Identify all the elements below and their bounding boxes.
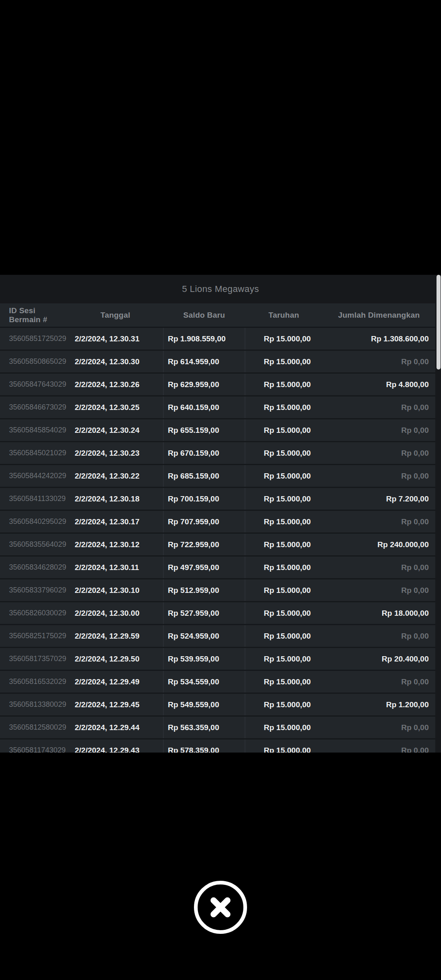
win-cell: Rp 0,00 — [323, 716, 435, 739]
bet-cell: Rp 15.000,00 — [245, 533, 323, 556]
date-cell: 2/2/2024, 12.30.12 — [67, 533, 163, 556]
win-cell: Rp 0,00 — [323, 625, 435, 648]
session-id-cell: 35605826030029 — [0, 602, 67, 625]
date-cell: 2/2/2024, 12.30.25 — [67, 396, 163, 419]
session-id-cell: 35605817357029 — [0, 648, 67, 670]
win-cell: Rp 20.400,00 — [323, 648, 435, 670]
bet-cell: Rp 15.000,00 — [245, 579, 323, 602]
win-cell: Rp 1.308.600,00 — [323, 327, 435, 350]
table-row: 356058517250292/2/2024, 12.30.31Rp 1.908… — [0, 327, 435, 350]
table-row: 356058402950292/2/2024, 12.30.17Rp 707.9… — [0, 510, 435, 533]
panel-header: 5 Lions Megaways — [0, 275, 441, 303]
session-id-cell: 35605833796029 — [0, 579, 67, 602]
table-row: 356058117430292/2/2024, 12.29.43Rp 578.3… — [0, 739, 435, 753]
session-id-cell: 35605847643029 — [0, 373, 67, 396]
date-cell: 2/2/2024, 12.29.49 — [67, 670, 163, 693]
date-cell: 2/2/2024, 12.30.17 — [67, 510, 163, 533]
bet-cell: Rp 15.000,00 — [245, 396, 323, 419]
win-cell: Rp 7.200,00 — [323, 488, 435, 510]
session-id-cell: 35605846673029 — [0, 396, 67, 419]
date-cell: 2/2/2024, 12.29.44 — [67, 716, 163, 739]
date-cell: 2/2/2024, 12.29.45 — [67, 693, 163, 716]
balance-cell: Rp 685.159,00 — [163, 465, 245, 488]
table-row: 356058346280292/2/2024, 12.30.11Rp 497.9… — [0, 556, 435, 579]
balance-cell: Rp 549.559,00 — [163, 693, 245, 716]
win-cell: Rp 0,00 — [323, 739, 435, 753]
header-row: ID Sesi Bermain # Tanggal Saldo Baru Tar… — [0, 303, 435, 327]
bet-cell: Rp 15.000,00 — [245, 442, 323, 465]
balance-cell: Rp 512.959,00 — [163, 579, 245, 602]
balance-cell: Rp 527.959,00 — [163, 602, 245, 625]
win-cell: Rp 18.000,00 — [323, 602, 435, 625]
balance-cell: Rp 539.959,00 — [163, 648, 245, 670]
balance-cell: Rp 524.959,00 — [163, 625, 245, 648]
table-row: 356058355640292/2/2024, 12.30.12Rp 722.9… — [0, 533, 435, 556]
column-header-session-id: ID Sesi Bermain # — [0, 303, 67, 327]
win-cell: Rp 240.000,00 — [323, 533, 435, 556]
bet-cell: Rp 15.000,00 — [245, 602, 323, 625]
column-header-won: Jumlah Dimenangkan — [323, 303, 435, 327]
win-cell: Rp 4.800,00 — [323, 373, 435, 396]
balance-cell: Rp 670.159,00 — [163, 442, 245, 465]
column-header-bet: Taruhan — [245, 303, 323, 327]
balance-cell: Rp 722.959,00 — [163, 533, 245, 556]
balance-cell: Rp 534.559,00 — [163, 670, 245, 693]
bet-cell: Rp 15.000,00 — [245, 350, 323, 373]
session-id-cell: 35605845021029 — [0, 442, 67, 465]
session-id-cell: 35605840295029 — [0, 510, 67, 533]
date-cell: 2/2/2024, 12.30.10 — [67, 579, 163, 602]
bet-cell: Rp 15.000,00 — [245, 625, 323, 648]
session-id-cell: 35605813380029 — [0, 693, 67, 716]
session-id-cell: 35605816532029 — [0, 670, 67, 693]
history-table-body: 356058517250292/2/2024, 12.30.31Rp 1.908… — [0, 327, 435, 753]
date-cell: 2/2/2024, 12.30.24 — [67, 419, 163, 442]
table-row: 356058125800292/2/2024, 12.29.44Rp 563.3… — [0, 716, 435, 739]
balance-cell: Rp 655.159,00 — [163, 419, 245, 442]
balance-cell: Rp 629.959,00 — [163, 373, 245, 396]
date-cell: 2/2/2024, 12.30.26 — [67, 373, 163, 396]
session-id-cell: 35605841133029 — [0, 488, 67, 510]
game-history-panel: 5 Lions Megaways ID Sesi Bermain # Tangg… — [0, 275, 441, 753]
date-cell: 2/2/2024, 12.30.00 — [67, 602, 163, 625]
win-cell: Rp 0,00 — [323, 579, 435, 602]
win-cell: Rp 0,00 — [323, 465, 435, 488]
table-row: 356058466730292/2/2024, 12.30.25Rp 640.1… — [0, 396, 435, 419]
date-cell: 2/2/2024, 12.29.43 — [67, 739, 163, 753]
history-table-header: ID Sesi Bermain # Tanggal Saldo Baru Tar… — [0, 303, 435, 327]
balance-cell: Rp 563.359,00 — [163, 716, 245, 739]
session-id-cell: 35605825175029 — [0, 625, 67, 648]
session-id-cell: 35605834628029 — [0, 556, 67, 579]
date-cell: 2/2/2024, 12.30.31 — [67, 327, 163, 350]
balance-cell: Rp 640.159,00 — [163, 396, 245, 419]
balance-cell: Rp 707.959,00 — [163, 510, 245, 533]
x-circle-icon — [208, 895, 233, 920]
table-row: 356058442420292/2/2024, 12.30.22Rp 685.1… — [0, 465, 435, 488]
date-cell: 2/2/2024, 12.30.18 — [67, 488, 163, 510]
column-header-date: Tanggal — [67, 303, 163, 327]
win-cell: Rp 0,00 — [323, 350, 435, 373]
balance-cell: Rp 614.959,00 — [163, 350, 245, 373]
close-button[interactable] — [194, 881, 247, 934]
session-id-cell: 35605835564029 — [0, 533, 67, 556]
history-table: ID Sesi Bermain # Tanggal Saldo Baru Tar… — [0, 303, 435, 753]
table-row: 356058450210292/2/2024, 12.30.23Rp 670.1… — [0, 442, 435, 465]
date-cell: 2/2/2024, 12.30.22 — [67, 465, 163, 488]
bet-cell: Rp 15.000,00 — [245, 465, 323, 488]
bet-cell: Rp 15.000,00 — [245, 716, 323, 739]
bet-cell: Rp 15.000,00 — [245, 693, 323, 716]
date-cell: 2/2/2024, 12.29.59 — [67, 625, 163, 648]
scrollbar-thumb[interactable] — [437, 275, 441, 370]
balance-cell: Rp 700.159,00 — [163, 488, 245, 510]
bet-cell: Rp 15.000,00 — [245, 556, 323, 579]
table-row: 356058337960292/2/2024, 12.30.10Rp 512.9… — [0, 579, 435, 602]
table-row: 356058476430292/2/2024, 12.30.26Rp 629.9… — [0, 373, 435, 396]
win-cell: Rp 0,00 — [323, 442, 435, 465]
win-cell: Rp 0,00 — [323, 419, 435, 442]
date-cell: 2/2/2024, 12.30.11 — [67, 556, 163, 579]
session-id-cell: 35605811743029 — [0, 739, 67, 753]
phone-screen: 5 Lions Megaways ID Sesi Bermain # Tangg… — [0, 0, 441, 980]
table-row: 356058133800292/2/2024, 12.29.45Rp 549.5… — [0, 693, 435, 716]
win-cell: Rp 0,00 — [323, 556, 435, 579]
win-cell: Rp 0,00 — [323, 396, 435, 419]
balance-cell: Rp 497.959,00 — [163, 556, 245, 579]
